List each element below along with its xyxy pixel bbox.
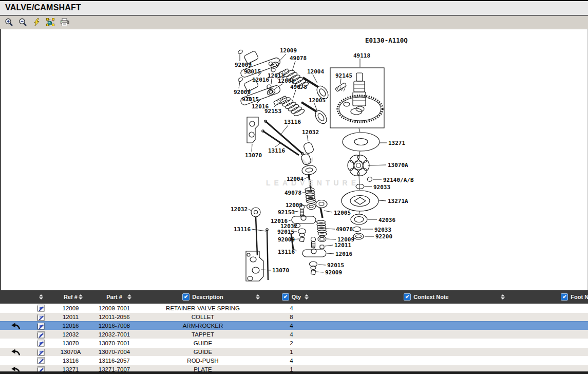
cell-qty: 8	[267, 314, 316, 320]
part-label-92015[interactable]: 92015	[327, 263, 344, 268]
notes-icon[interactable]	[31, 339, 51, 347]
part-label-49118[interactable]: 49118	[353, 53, 370, 59]
diagram-panel: E0130-A110Q LEADVENTURE 1200949078920099…	[0, 29, 588, 290]
column-checkbox-qty[interactable]: ✔	[282, 293, 289, 301]
part-label-12009[interactable]: 12009	[286, 202, 302, 208]
lightning-icon[interactable]	[31, 17, 42, 27]
column-header-part[interactable]: Part #	[90, 290, 139, 304]
bottom-strip	[0, 371, 588, 374]
part-label-49078[interactable]: 49078	[336, 227, 353, 232]
back-arrow-icon[interactable]	[0, 323, 31, 329]
part-label-12005[interactable]: 12005	[309, 98, 326, 103]
print-icon[interactable]	[59, 17, 69, 27]
part-label-92009[interactable]: 92009	[234, 89, 251, 95]
select-tool-icon[interactable]	[45, 17, 55, 27]
table-row-13070[interactable]: 1307013070-7001GUIDE2	[0, 339, 588, 347]
column-header-context[interactable]: ✔Context Note	[316, 290, 537, 304]
part-label-92009[interactable]: 92009	[235, 62, 252, 68]
cell-part: 13116-2057	[90, 358, 139, 364]
part-label-12016[interactable]: 12016	[252, 77, 269, 83]
column-header-desc[interactable]: ✔Description	[139, 290, 267, 304]
column-header-foot[interactable]: ✔Foot Note	[537, 290, 588, 304]
table-row-12032[interactable]: 1203212032-7001TAPPET4	[0, 330, 588, 339]
column-header-qty[interactable]: ✔Qty	[267, 290, 316, 304]
cell-ref: 12011	[51, 314, 90, 320]
part-label-92200[interactable]: 92200	[375, 234, 392, 239]
part-label-49078[interactable]: 49078	[290, 84, 307, 90]
part-label-13116[interactable]: 13116	[268, 148, 285, 154]
part-label-13271[interactable]: 13271	[388, 140, 405, 146]
notes-icon[interactable]	[31, 322, 51, 330]
notes-icon[interactable]	[31, 357, 51, 364]
zoom-out-icon[interactable]	[17, 17, 28, 27]
part-label-12016[interactable]: 12016	[335, 251, 352, 257]
table-row-12016[interactable]: 1201612016-7008ARM-ROCKER4	[0, 321, 588, 330]
part-label-12005[interactable]: 12005	[334, 210, 351, 216]
part-label-13070[interactable]: 13070	[245, 153, 262, 158]
part-label-13271A[interactable]: 13271A	[388, 198, 408, 204]
part-label-92015[interactable]: 92015	[277, 229, 294, 235]
cell-part: 12032-7001	[90, 331, 139, 338]
column-label-part: Part #	[106, 294, 122, 300]
sort-icon[interactable]	[501, 294, 505, 300]
cell-desc: RETAINER-VALVE SPRING	[139, 305, 267, 311]
part-label-92009[interactable]: 92009	[325, 270, 342, 275]
part-label-92033[interactable]: 92033	[373, 184, 390, 190]
part-label-12009[interactable]: 12009	[278, 78, 295, 84]
column-header-ref[interactable]: Ref #	[51, 290, 90, 304]
column-label-context: Context Note	[413, 294, 448, 300]
cell-ref: 13116	[51, 358, 90, 364]
part-label-92140/A/B[interactable]: 92140/A/B	[383, 177, 414, 183]
part-label-12009[interactable]: 12009	[280, 48, 297, 53]
part-label-13070A[interactable]: 13070A	[388, 162, 408, 168]
notes-icon[interactable]	[31, 313, 51, 321]
part-label-49078[interactable]: 49078	[284, 190, 301, 196]
notes-icon[interactable]	[31, 304, 51, 312]
cell-desc: ROD-PUSH	[139, 358, 267, 364]
part-label-12032[interactable]: 12032	[231, 207, 248, 212]
sort-icon[interactable]	[39, 294, 43, 300]
sort-icon[interactable]	[79, 294, 83, 300]
cell-ref: 13070	[51, 340, 90, 346]
part-label-13070[interactable]: 13070	[272, 268, 289, 273]
part-label-12011[interactable]: 12011	[334, 242, 351, 248]
column-checkbox-context[interactable]: ✔	[404, 293, 411, 301]
part-label-12032[interactable]: 12032	[302, 129, 319, 135]
part-label-92153[interactable]: 92153	[278, 210, 295, 215]
cell-qty: 4	[267, 305, 316, 311]
part-label-12004[interactable]: 12004	[307, 69, 324, 74]
parts-table-header: Ref #Part #✔Description✔Qty✔Context Note…	[0, 290, 588, 304]
cell-desc: COLLET	[139, 314, 267, 320]
sort-icon[interactable]	[305, 294, 309, 300]
table-row-13070A[interactable]: 13070A13070-7004GUIDE1	[0, 347, 588, 356]
column-checkbox-desc[interactable]: ✔	[182, 293, 189, 301]
part-label-92009[interactable]: 92009	[278, 237, 295, 242]
column-checkbox-foot[interactable]: ✔	[561, 293, 568, 301]
column-header-notes[interactable]	[31, 290, 51, 304]
cell-part: 13070-7001	[90, 340, 139, 346]
part-label-92153[interactable]: 92153	[264, 108, 281, 114]
part-label-92145[interactable]: 92145	[335, 73, 352, 79]
cell-ref: 12032	[51, 331, 90, 338]
table-row-13116[interactable]: 1311613116-2057ROD-PUSH4	[0, 356, 588, 365]
zoom-in-icon[interactable]	[4, 17, 14, 27]
table-row-12011[interactable]: 1201112011-2056COLLET8	[0, 312, 588, 321]
part-label-92033[interactable]: 92033	[374, 227, 391, 233]
part-label-12004[interactable]: 12004	[287, 176, 304, 182]
sort-icon[interactable]	[127, 294, 131, 300]
table-row-12009[interactable]: 1200912009-7001RETAINER-VALVE SPRING4	[0, 304, 588, 312]
part-label-13116[interactable]: 13116	[284, 119, 301, 125]
cell-qty: 1	[267, 349, 316, 355]
part-label-13116[interactable]: 13116	[234, 227, 251, 232]
sort-icon[interactable]	[256, 294, 260, 300]
cell-part: 12016-7008	[90, 323, 139, 329]
back-arrow-icon[interactable]	[0, 349, 31, 356]
part-label-13116[interactable]: 13116	[278, 249, 295, 255]
notes-icon[interactable]	[31, 348, 51, 356]
part-label-92015[interactable]: 92015	[242, 97, 259, 102]
page-title: VALVE/CAMSHAFT	[5, 3, 81, 12]
notes-icon[interactable]	[31, 331, 51, 339]
part-label-92015[interactable]: 92015	[244, 69, 261, 74]
part-label-42036[interactable]: 42036	[378, 217, 395, 223]
part-label-49078[interactable]: 49078	[290, 55, 307, 61]
